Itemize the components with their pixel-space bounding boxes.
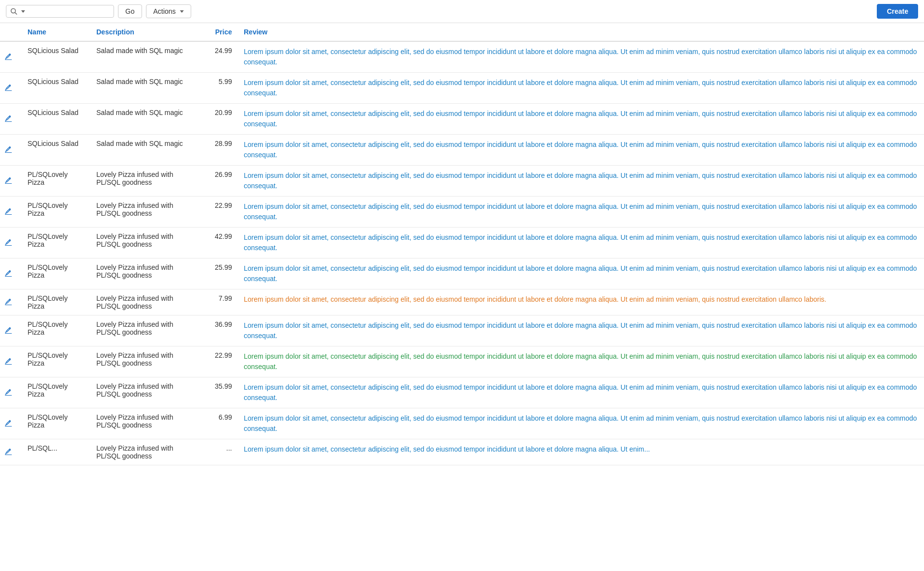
edit-icon[interactable] xyxy=(4,114,13,123)
review-cell: Lorem ipsum dolor sit amet, consectetur … xyxy=(238,289,924,315)
edit-icon[interactable] xyxy=(4,419,13,428)
toolbar: Go Actions Create xyxy=(0,0,924,23)
svg-rect-5 xyxy=(5,152,12,153)
edit-cell xyxy=(0,197,22,228)
data-table-container: Name Description Price Review SQLicious … xyxy=(0,23,924,465)
table-row: PL/SQLovely PizzaLovely Pizza infused wi… xyxy=(0,315,924,346)
description-cell: Salad made with SQL magic xyxy=(90,41,199,73)
svg-rect-15 xyxy=(5,455,12,455)
name-cell: SQLicious Salad xyxy=(22,73,90,104)
edit-icon[interactable] xyxy=(4,207,13,216)
price-cell: 35.99 xyxy=(199,377,238,408)
review-text: Lorem ipsum dolor sit amet, consectetur … xyxy=(244,383,917,401)
svg-rect-3 xyxy=(5,90,12,91)
review-cell: Lorem ipsum dolor sit amet, consectetur … xyxy=(238,104,924,135)
description-cell: Lovely Pizza infused with PL/SQL goodnes… xyxy=(90,408,199,439)
svg-rect-14 xyxy=(5,426,12,427)
review-text: Lorem ipsum dolor sit amet, consectetur … xyxy=(244,414,917,432)
col-header-price[interactable]: Price xyxy=(199,23,238,41)
description-cell: Salad made with SQL magic xyxy=(90,73,199,104)
svg-rect-2 xyxy=(5,59,12,60)
svg-line-1 xyxy=(15,13,17,15)
edit-cell xyxy=(0,346,22,377)
table-row: PL/SQLovely PizzaLovely Pizza infused wi… xyxy=(0,408,924,439)
description-cell: Lovely Pizza infused with PL/SQL goodnes… xyxy=(90,439,199,465)
edit-icon[interactable] xyxy=(4,145,13,154)
svg-rect-4 xyxy=(5,121,12,122)
review-cell: Lorem ipsum dolor sit amet, consectetur … xyxy=(238,315,924,346)
table-row: SQLicious SaladSalad made with SQL magic… xyxy=(0,104,924,135)
edit-cell xyxy=(0,228,22,258)
price-cell: 5.99 xyxy=(199,73,238,104)
review-text: Lorem ipsum dolor sit amet, consectetur … xyxy=(244,321,917,340)
edit-cell xyxy=(0,315,22,346)
price-cell: 22.99 xyxy=(199,346,238,377)
edit-cell xyxy=(0,73,22,104)
col-header-name[interactable]: Name xyxy=(22,23,90,41)
edit-icon[interactable] xyxy=(4,388,13,397)
table-row: PL/SQLovely PizzaLovely Pizza infused wi… xyxy=(0,228,924,258)
name-cell: PL/SQLovely Pizza xyxy=(22,258,90,289)
description-cell: Lovely Pizza infused with PL/SQL goodnes… xyxy=(90,166,199,197)
description-cell: Lovely Pizza infused with PL/SQL goodnes… xyxy=(90,197,199,228)
price-cell: 26.99 xyxy=(199,166,238,197)
search-icon xyxy=(10,8,17,15)
edit-cell xyxy=(0,135,22,166)
description-cell: Lovely Pizza infused with PL/SQL goodnes… xyxy=(90,377,199,408)
svg-rect-9 xyxy=(5,276,12,277)
edit-icon[interactable] xyxy=(4,447,13,456)
edit-icon[interactable] xyxy=(4,52,13,61)
review-cell: Lorem ipsum dolor sit amet, consectetur … xyxy=(238,135,924,166)
description-cell: Lovely Pizza infused with PL/SQL goodnes… xyxy=(90,315,199,346)
table-row: SQLicious SaladSalad made with SQL magic… xyxy=(0,73,924,104)
create-button[interactable]: Create xyxy=(877,4,918,19)
table-row: PL/SQLovely PizzaLovely Pizza infused wi… xyxy=(0,258,924,289)
name-cell: PL/SQLovely Pizza xyxy=(22,197,90,228)
description-cell: Salad made with SQL magic xyxy=(90,135,199,166)
go-button[interactable]: Go xyxy=(118,4,142,18)
col-header-review[interactable]: Review xyxy=(238,23,924,41)
description-cell: Salad made with SQL magic xyxy=(90,104,199,135)
review-text: Lorem ipsum dolor sit amet, consectetur … xyxy=(244,48,917,66)
table-row: PL/SQLovely PizzaLovely Pizza infused wi… xyxy=(0,197,924,228)
edit-icon[interactable] xyxy=(4,297,13,306)
search-type-chevron-icon[interactable] xyxy=(21,10,25,13)
review-text: Lorem ipsum dolor sit amet, consectetur … xyxy=(244,110,917,128)
table-row: PL/SQLovely PizzaLovely Pizza infused wi… xyxy=(0,377,924,408)
table-row: PL/SQLovely PizzaLovely Pizza infused wi… xyxy=(0,289,924,315)
table-row: PL/SQLovely PizzaLovely Pizza infused wi… xyxy=(0,346,924,377)
review-text: Lorem ipsum dolor sit amet, consectetur … xyxy=(244,445,650,453)
edit-icon[interactable] xyxy=(4,269,13,278)
edit-icon[interactable] xyxy=(4,176,13,185)
table-row: PL/SQL...Lovely Pizza infused with PL/SQ… xyxy=(0,439,924,465)
table-row: PL/SQLovely PizzaLovely Pizza infused wi… xyxy=(0,166,924,197)
review-text: Lorem ipsum dolor sit amet, consectetur … xyxy=(244,233,917,252)
review-text: Lorem ipsum dolor sit amet, consectetur … xyxy=(244,79,917,97)
review-cell: Lorem ipsum dolor sit amet, consectetur … xyxy=(238,346,924,377)
name-cell: PL/SQLovely Pizza xyxy=(22,289,90,315)
edit-cell xyxy=(0,377,22,408)
price-cell: 6.99 xyxy=(199,408,238,439)
svg-rect-11 xyxy=(5,333,12,334)
edit-icon[interactable] xyxy=(4,357,13,366)
price-cell: 36.99 xyxy=(199,315,238,346)
edit-cell xyxy=(0,258,22,289)
edit-icon[interactable] xyxy=(4,238,13,247)
actions-button[interactable]: Actions xyxy=(146,4,191,18)
edit-cell xyxy=(0,41,22,73)
price-cell: 42.99 xyxy=(199,228,238,258)
name-cell: SQLicious Salad xyxy=(22,135,90,166)
svg-rect-13 xyxy=(5,395,12,396)
price-cell: 28.99 xyxy=(199,135,238,166)
review-cell: Lorem ipsum dolor sit amet, consectetur … xyxy=(238,73,924,104)
edit-icon[interactable] xyxy=(4,83,13,92)
edit-cell xyxy=(0,166,22,197)
svg-rect-7 xyxy=(5,214,12,215)
table-header-row: Name Description Price Review xyxy=(0,23,924,41)
price-cell: 7.99 xyxy=(199,289,238,315)
table-row: SQLicious SaladSalad made with SQL magic… xyxy=(0,41,924,73)
search-input[interactable] xyxy=(28,7,107,15)
edit-cell xyxy=(0,289,22,315)
col-header-description[interactable]: Description xyxy=(90,23,199,41)
edit-icon[interactable] xyxy=(4,326,13,335)
